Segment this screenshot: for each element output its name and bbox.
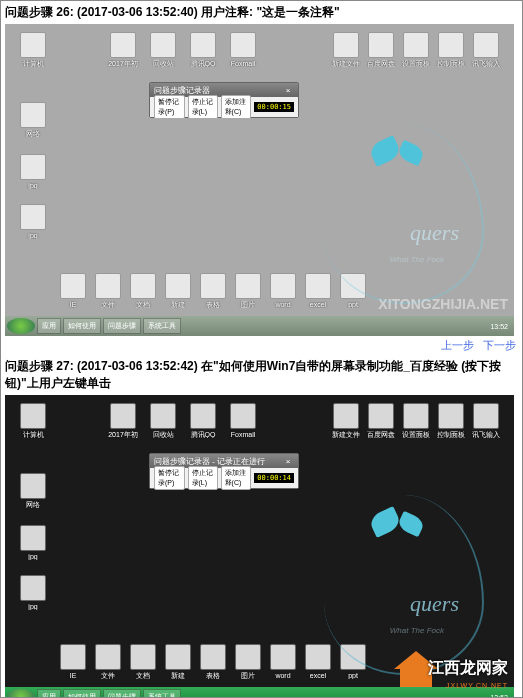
taskbar-item[interactable]: 如何使用 xyxy=(63,689,101,698)
desktop-icon[interactable]: word xyxy=(265,273,301,308)
taskbar: 应用 如何使用 问题步骤 系统工具 13:52 xyxy=(5,687,514,698)
desktop-icon[interactable]: 文档 xyxy=(125,644,161,679)
desktop-icon[interactable]: jpg xyxy=(15,154,51,189)
close-icon[interactable]: × xyxy=(282,86,294,95)
brand-watermark: 江西龙网家 xyxy=(428,658,508,679)
desktop-icon[interactable]: 新建文件 xyxy=(328,32,364,67)
desktop-icon[interactable]: 2017年初 xyxy=(105,403,141,438)
next-link[interactable]: 下一步 xyxy=(483,339,516,351)
recorder-time: 00:00:14 xyxy=(254,473,294,483)
recorder-window[interactable]: 问题步骤记录器 - 记录正在进行 × 暂停记录(P) 停止记录(L) 添加注释(… xyxy=(149,453,299,489)
desktop-icon[interactable]: IE xyxy=(55,273,91,308)
desktop-icon[interactable]: 讯飞输入 xyxy=(468,32,504,67)
desktop-icon[interactable]: 设置面板 xyxy=(398,32,434,67)
taskbar-item[interactable]: 问题步骤 xyxy=(103,689,141,698)
comment-button[interactable]: 添加注释(C) xyxy=(221,466,252,490)
recorder-time: 00:00:15 xyxy=(254,102,294,112)
desktop-icon[interactable]: jpg xyxy=(15,204,51,239)
wallpaper-sub: What The Fock xyxy=(390,626,444,635)
stop-button[interactable]: 停止记录(L) xyxy=(188,466,218,490)
screenshot-27: 计算机 2017年初 回收站 腾讯QQ Foxmail 新建文件 百度网盘 设置… xyxy=(5,395,514,698)
desktop-icon[interactable]: Foxmail xyxy=(225,32,261,67)
taskbar-item[interactable]: 应用 xyxy=(37,318,61,334)
desktop-icon[interactable]: IE xyxy=(55,644,91,679)
desktop-icon[interactable]: excel xyxy=(300,273,336,308)
prev-link[interactable]: 上一步 xyxy=(441,339,474,351)
desktop-icon[interactable]: 文件 xyxy=(90,273,126,308)
desktop-icon[interactable]: Foxmail xyxy=(225,403,261,438)
system-tray[interactable]: 13:52 xyxy=(486,323,512,330)
desktop-icon[interactable]: 百度网盘 xyxy=(363,32,399,67)
desktop-icon[interactable]: 计算机 xyxy=(15,403,51,438)
butterfly-icon xyxy=(369,134,429,174)
desktop-icon[interactable]: 控制面板 xyxy=(433,32,469,67)
desktop-icon[interactable]: 网络 xyxy=(15,473,51,508)
desktop-icon[interactable]: 文件 xyxy=(90,644,126,679)
step-nav: 上一步 下一步 xyxy=(1,336,522,355)
desktop-26: 计算机 2017年初 回收站 腾讯QQ Foxmail 新建文件 百度网盘 设置… xyxy=(5,24,514,336)
desktop-icon[interactable]: excel xyxy=(300,644,336,679)
desktop-icon[interactable]: 新建 xyxy=(160,273,196,308)
wallpaper-brand: quers xyxy=(410,220,459,246)
screenshot-26: 计算机 2017年初 回收站 腾讯QQ Foxmail 新建文件 百度网盘 设置… xyxy=(5,24,514,336)
recorder-window[interactable]: 问题步骤记录器 × 暂停记录(P) 停止记录(L) 添加注释(C) 00:00:… xyxy=(149,82,299,118)
desktop-icon[interactable]: 回收站 xyxy=(145,403,181,438)
close-icon[interactable]: × xyxy=(282,457,294,466)
recorder-title: 问题步骤记录器 - 记录正在进行 xyxy=(154,456,265,467)
taskbar-item[interactable]: 如何使用 xyxy=(63,318,101,334)
desktop-icon[interactable]: 图片 xyxy=(230,273,266,308)
desktop-icon[interactable]: 回收站 xyxy=(145,32,181,67)
taskbar: 应用 如何使用 问题步骤 系统工具 13:52 xyxy=(5,316,514,336)
wallpaper-sub: What The Fock xyxy=(390,255,444,264)
taskbar-item[interactable]: 应用 xyxy=(37,689,61,698)
desktop-icon[interactable]: 设置面板 xyxy=(398,403,434,438)
desktop-icon[interactable]: 讯飞输入 xyxy=(468,403,504,438)
desktop-icon[interactable]: jpg xyxy=(15,525,51,560)
desktop-27: 计算机 2017年初 回收站 腾讯QQ Foxmail 新建文件 百度网盘 设置… xyxy=(5,395,514,698)
recorder-toolbar: 暂停记录(P) 停止记录(L) 添加注释(C) 00:00:15 xyxy=(150,97,298,117)
desktop-icon[interactable]: 计算机 xyxy=(15,32,51,67)
taskbar-item[interactable]: 问题步骤 xyxy=(103,318,141,334)
butterfly-icon xyxy=(369,505,429,545)
recorder-toolbar: 暂停记录(P) 停止记录(L) 添加注释(C) 00:00:14 xyxy=(150,468,298,488)
watermark: XITONGZHIJIA.NET xyxy=(378,296,508,312)
desktop-icon[interactable]: 新建 xyxy=(160,644,196,679)
desktop-icon[interactable]: 控制面板 xyxy=(433,403,469,438)
desktop-icon[interactable]: 图片 xyxy=(230,644,266,679)
start-button[interactable] xyxy=(7,318,35,334)
recorder-title: 问题步骤记录器 xyxy=(154,85,210,96)
desktop-icon[interactable]: word xyxy=(265,644,301,679)
step-27-header: 问题步骤 27: (2017-03-06 13:52:42) 在"如何使用Win… xyxy=(1,355,522,395)
desktop-icon[interactable]: 2017年初 xyxy=(105,32,141,67)
desktop-icon[interactable]: 腾讯QQ xyxy=(185,32,221,67)
taskbar-item[interactable]: 系统工具 xyxy=(143,318,181,334)
stop-button[interactable]: 停止记录(L) xyxy=(188,95,218,119)
brand-watermark-sub: JXLWY.CN.NET xyxy=(446,682,508,689)
desktop-icon[interactable]: jpg xyxy=(15,575,51,610)
wallpaper-brand: quers xyxy=(410,591,459,617)
desktop-icon[interactable]: 百度网盘 xyxy=(363,403,399,438)
taskbar-item[interactable]: 系统工具 xyxy=(143,689,181,698)
start-button[interactable] xyxy=(7,689,35,698)
desktop-icon[interactable]: 表格 xyxy=(195,644,231,679)
pause-button[interactable]: 暂停记录(P) xyxy=(154,466,185,490)
desktop-icon[interactable]: 腾讯QQ xyxy=(185,403,221,438)
desktop-icon[interactable]: 新建文件 xyxy=(328,403,364,438)
system-tray[interactable]: 13:52 xyxy=(486,694,512,699)
comment-button[interactable]: 添加注释(C) xyxy=(221,95,252,119)
pause-button[interactable]: 暂停记录(P) xyxy=(154,95,185,119)
desktop-icon[interactable]: 表格 xyxy=(195,273,231,308)
desktop-icon[interactable]: 网络 xyxy=(15,102,51,137)
step-26-header: 问题步骤 26: (2017-03-06 13:52:40) 用户注释: "这是… xyxy=(1,1,522,24)
desktop-icon[interactable]: 文档 xyxy=(125,273,161,308)
